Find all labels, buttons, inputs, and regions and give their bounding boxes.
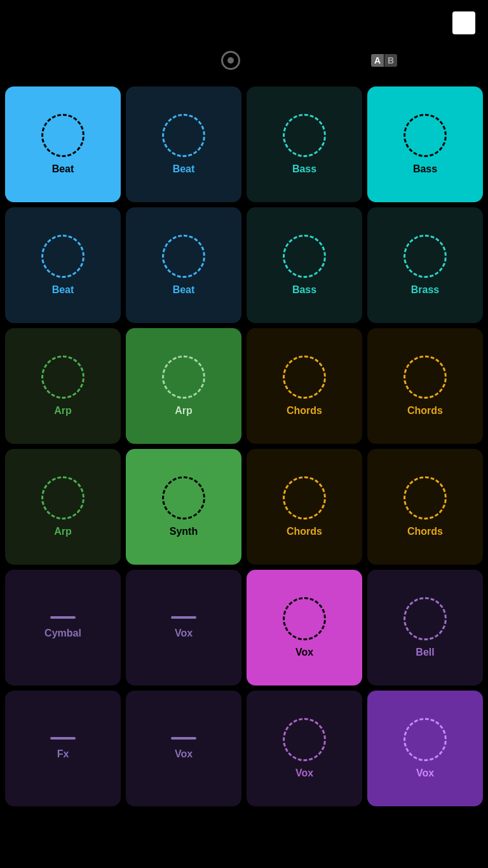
pad-6-circle	[162, 235, 205, 278]
pad-17-dash	[50, 616, 76, 619]
pad-5-circle	[41, 235, 85, 278]
pad-15-circle	[283, 476, 326, 520]
pad-grid: BeatBeatBassBassBeatBeatBassBrassArpArpC…	[0, 86, 488, 811]
pad-19-circle	[283, 597, 326, 640]
pad-1[interactable]: Beat	[5, 86, 121, 202]
pad-12-circle	[403, 355, 447, 399]
pad-9-label: Arp	[54, 405, 72, 417]
pad-22[interactable]: Vox	[126, 691, 241, 806]
pad-22-dash	[171, 737, 196, 740]
pad-21-dash	[50, 737, 76, 740]
pad-3-label: Bass	[292, 163, 316, 175]
pad-4-label: Bass	[413, 163, 437, 175]
pad-9[interactable]: Arp	[5, 328, 121, 444]
pad-4-circle	[403, 114, 447, 157]
pad-23-circle	[283, 718, 326, 761]
pad-21-label: Fx	[57, 748, 69, 760]
pad-17[interactable]: Cymbal	[5, 570, 121, 685]
ab-button[interactable]: A B	[371, 54, 397, 71]
pad-14-circle	[162, 476, 205, 520]
pad-8[interactable]: Brass	[367, 207, 483, 323]
pad-8-circle	[403, 235, 447, 278]
pad-10[interactable]: Arp	[126, 328, 241, 444]
pad-12[interactable]: Chords	[367, 328, 483, 444]
pad-8-label: Brass	[411, 284, 439, 296]
pad-22-label: Vox	[175, 748, 193, 760]
pad-1-label: Beat	[52, 163, 74, 175]
pad-13[interactable]: Arp	[5, 449, 121, 565]
pad-11[interactable]: Chords	[247, 328, 362, 444]
pad-21[interactable]: Fx	[5, 691, 121, 806]
record-icon	[221, 51, 240, 70]
pad-24-label: Vox	[416, 768, 434, 779]
pad-2-circle	[162, 114, 205, 157]
pad-5-label: Beat	[52, 284, 74, 296]
pad-2[interactable]: Beat	[126, 86, 241, 202]
pad-7-circle	[283, 235, 326, 278]
pad-13-circle	[41, 476, 85, 520]
record-inner	[227, 57, 234, 64]
pad-24-circle	[403, 718, 447, 761]
pad-12-label: Chords	[407, 405, 443, 417]
pad-19[interactable]: Vox	[247, 570, 362, 685]
pad-10-label: Arp	[175, 405, 193, 417]
pad-13-label: Arp	[54, 526, 72, 537]
header	[0, 0, 488, 41]
pad-7-label: Bass	[292, 284, 316, 296]
pad-7[interactable]: Bass	[247, 207, 362, 323]
pad-15[interactable]: Chords	[247, 449, 362, 565]
pad-18[interactable]: Vox	[126, 570, 241, 685]
ab-icon: A B	[371, 54, 397, 67]
pad-16-circle	[403, 476, 447, 520]
a-label: A	[371, 54, 384, 67]
b-label: B	[384, 54, 397, 67]
toolbar: A B	[0, 41, 488, 86]
pad-16[interactable]: Chords	[367, 449, 483, 565]
pad-1-circle	[41, 114, 85, 157]
pad-20-circle	[403, 597, 447, 640]
pad-18-label: Vox	[175, 628, 193, 639]
header-square[interactable]	[452, 11, 475, 34]
pad-14-label: Synth	[170, 526, 198, 537]
pad-23-label: Vox	[295, 768, 313, 779]
pad-6[interactable]: Beat	[126, 207, 241, 323]
pad-24[interactable]: Vox	[367, 691, 483, 806]
pad-18-dash	[171, 616, 196, 619]
record-button[interactable]	[221, 51, 240, 74]
pad-23[interactable]: Vox	[247, 691, 362, 806]
pad-9-circle	[41, 355, 85, 399]
pad-15-label: Chords	[287, 526, 322, 537]
pad-2-label: Beat	[173, 163, 195, 175]
pad-3[interactable]: Bass	[247, 86, 362, 202]
pad-5[interactable]: Beat	[5, 207, 121, 323]
pad-16-label: Chords	[407, 526, 443, 537]
pad-6-label: Beat	[173, 284, 195, 296]
pad-14[interactable]: Synth	[126, 449, 241, 565]
pad-3-circle	[283, 114, 326, 157]
pad-20[interactable]: Bell	[367, 570, 483, 685]
pad-11-label: Chords	[287, 405, 322, 417]
pad-10-circle	[162, 355, 205, 399]
pad-17-label: Cymbal	[44, 628, 81, 639]
pad-11-circle	[283, 355, 326, 399]
pad-20-label: Bell	[416, 647, 434, 658]
pad-19-label: Vox	[295, 647, 313, 658]
pad-4[interactable]: Bass	[367, 86, 483, 202]
